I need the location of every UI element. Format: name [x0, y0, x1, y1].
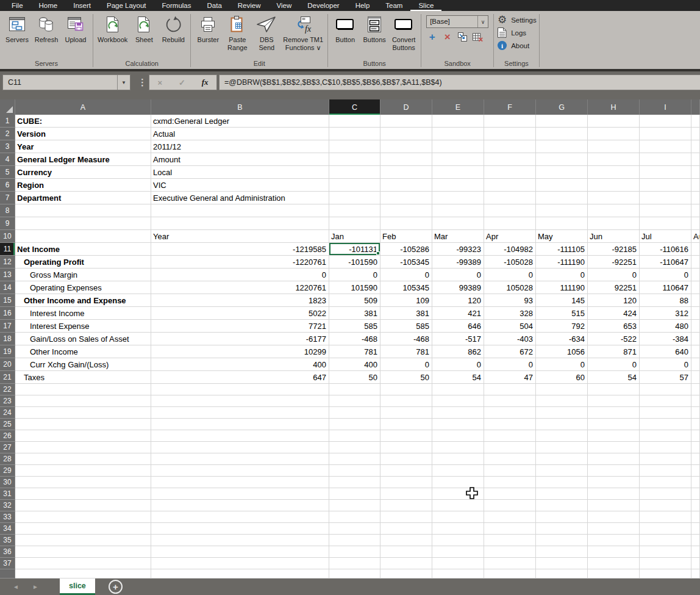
- cell-b12[interactable]: -1220761: [151, 256, 329, 269]
- cell-a15[interactable]: Other Income and Expense: [15, 294, 151, 307]
- cell-g25[interactable]: [536, 419, 588, 430]
- tab-insert[interactable]: Insert: [65, 0, 99, 11]
- cell-j28[interactable]: [691, 453, 700, 465]
- cell-a25[interactable]: [15, 419, 151, 430]
- cell-i19[interactable]: 640: [640, 345, 691, 358]
- cell-c5[interactable]: [329, 166, 380, 179]
- cell-d18[interactable]: -468: [380, 333, 432, 345]
- cell-f14[interactable]: 105028: [484, 281, 536, 294]
- cell-c11[interactable]: -101131: [329, 243, 380, 256]
- cell-b8[interactable]: [151, 204, 329, 217]
- cell-d37[interactable]: [380, 558, 432, 569]
- cell-d13[interactable]: 0: [380, 269, 432, 281]
- cell-i35[interactable]: [640, 535, 691, 546]
- cell-f23[interactable]: [484, 395, 536, 407]
- cell-b28[interactable]: [151, 453, 329, 465]
- cell-a24[interactable]: [15, 407, 151, 419]
- row-header-26[interactable]: 26: [0, 430, 15, 442]
- row-header-17[interactable]: 17: [0, 320, 15, 333]
- col-header-j[interactable]: [691, 99, 700, 115]
- refresh-button[interactable]: Refresh: [32, 13, 61, 44]
- cell-h28[interactable]: [588, 453, 640, 465]
- cell-h21[interactable]: 54: [588, 371, 640, 384]
- row-header-7[interactable]: 7: [0, 192, 15, 204]
- cell-a30[interactable]: [15, 477, 151, 488]
- cell-j18[interactable]: [691, 333, 700, 345]
- cell-h36[interactable]: [588, 546, 640, 558]
- burster-button[interactable]: Burster: [193, 13, 223, 44]
- cell-b3[interactable]: 2011/12: [151, 140, 329, 153]
- cell-c17[interactable]: 585: [329, 320, 380, 333]
- cell-h23[interactable]: [588, 395, 640, 407]
- convert-buttons-button[interactable]: Convert Buttons: [389, 13, 418, 52]
- cell-d36[interactable]: [380, 546, 432, 558]
- cell-c35[interactable]: [329, 535, 380, 546]
- cell-f19[interactable]: 672: [484, 345, 536, 358]
- cell-d26[interactable]: [380, 430, 432, 442]
- cell-e18[interactable]: -517: [432, 333, 484, 345]
- cell-i21[interactable]: 57: [640, 371, 691, 384]
- cell-i2[interactable]: [640, 128, 691, 140]
- cell-f25[interactable]: [484, 419, 536, 430]
- cell-j2[interactable]: [691, 128, 700, 140]
- cell-e23[interactable]: [432, 395, 484, 407]
- merge-sandbox-icon[interactable]: [457, 31, 468, 43]
- cell-d16[interactable]: 381: [380, 307, 432, 320]
- cell-b15[interactable]: 1823: [151, 294, 329, 307]
- tab-team[interactable]: Team: [377, 0, 410, 11]
- cell-f22[interactable]: [484, 384, 536, 395]
- cell-c24[interactable]: [329, 407, 380, 419]
- cell-f33[interactable]: [484, 511, 536, 523]
- cell-j36[interactable]: [691, 546, 700, 558]
- cell-j31[interactable]: [691, 488, 700, 500]
- cell-j35[interactable]: [691, 535, 700, 546]
- cell-j15[interactable]: [691, 294, 700, 307]
- cell-i30[interactable]: [640, 477, 691, 488]
- cell-i1[interactable]: [640, 115, 691, 128]
- cell-g15[interactable]: 145: [536, 294, 588, 307]
- servers-button[interactable]: Servers: [2, 13, 32, 44]
- cell-c6[interactable]: [329, 179, 380, 192]
- cell-f17[interactable]: 504: [484, 320, 536, 333]
- cell-c1[interactable]: [329, 115, 380, 128]
- cell-f26[interactable]: [484, 430, 536, 442]
- cell-d10[interactable]: Feb: [380, 230, 432, 243]
- cell-h3[interactable]: [588, 140, 640, 153]
- cell-i25[interactable]: [640, 419, 691, 430]
- cell-f16[interactable]: 328: [484, 307, 536, 320]
- cell-a36[interactable]: [15, 546, 151, 558]
- cell-d14[interactable]: 105345: [380, 281, 432, 294]
- dbs-send-button[interactable]: DBS Send: [252, 13, 281, 52]
- cell-f12[interactable]: -105028: [484, 256, 536, 269]
- row-header-1[interactable]: 1: [0, 115, 15, 128]
- cell-b32[interactable]: [151, 500, 329, 511]
- cell-g38[interactable]: [536, 569, 588, 579]
- cell-a14[interactable]: Operating Expenses: [15, 281, 151, 294]
- cell-f11[interactable]: -104982: [484, 243, 536, 256]
- cell-f9[interactable]: [484, 217, 536, 230]
- cell-c25[interactable]: [329, 419, 380, 430]
- cell-j17[interactable]: [691, 320, 700, 333]
- cell-e6[interactable]: [432, 179, 484, 192]
- cell-e27[interactable]: [432, 442, 484, 453]
- cell-d2[interactable]: [380, 128, 432, 140]
- cell-f8[interactable]: [484, 204, 536, 217]
- cell-j5[interactable]: [691, 166, 700, 179]
- cell-e34[interactable]: [432, 523, 484, 535]
- formula-input[interactable]: =@DBRW($B$1,$B$2,$B$3,C$10,$B$5,$B$6,$B$…: [219, 74, 700, 90]
- cell-h15[interactable]: 120: [588, 294, 640, 307]
- cell-c36[interactable]: [329, 546, 380, 558]
- cell-j37[interactable]: [691, 558, 700, 569]
- cell-i6[interactable]: [640, 179, 691, 192]
- row-header-37[interactable]: 37: [0, 558, 15, 569]
- cell-d17[interactable]: 585: [380, 320, 432, 333]
- cell-c14[interactable]: 101590: [329, 281, 380, 294]
- cell-j30[interactable]: [691, 477, 700, 488]
- cell-c12[interactable]: -101590: [329, 256, 380, 269]
- cell-g20[interactable]: 0: [536, 358, 588, 371]
- cell-f5[interactable]: [484, 166, 536, 179]
- cell-f10[interactable]: Apr: [484, 230, 536, 243]
- cell-b24[interactable]: [151, 407, 329, 419]
- cell-i23[interactable]: [640, 395, 691, 407]
- cell-h12[interactable]: -92251: [588, 256, 640, 269]
